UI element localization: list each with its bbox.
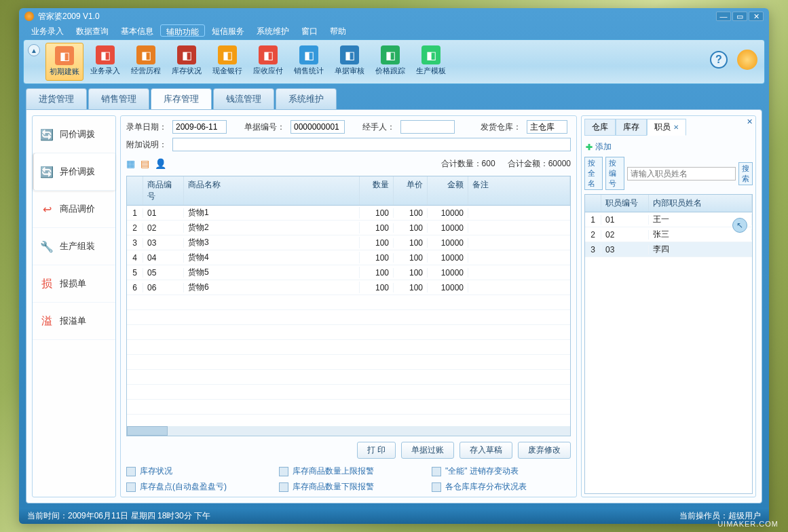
panel-close-icon[interactable]: ✕ — [747, 117, 753, 126]
col-idx[interactable] — [127, 176, 143, 205]
col-amt[interactable]: 金额 — [428, 176, 468, 205]
main-tab-1[interactable]: 销售管理 — [88, 88, 149, 109]
date-input[interactable] — [172, 120, 227, 134]
menu-6[interactable]: 窗口 — [296, 24, 323, 37]
tool-8[interactable]: ◧价格跟踪 — [371, 43, 409, 81]
sidebar-item-2[interactable]: ↩商品调价 — [33, 191, 115, 228]
col-note[interactable]: 备注 — [468, 176, 570, 205]
rcol-code[interactable]: 职员编号 — [601, 195, 649, 212]
table-row[interactable]: 202货物210010010000 — [127, 221, 570, 235]
employee-grid[interactable]: 职员编号 内部职员姓名 101王一202张三303李四 — [584, 194, 753, 494]
link-icon — [126, 482, 136, 492]
notes-input[interactable] — [172, 138, 571, 151]
employee-row[interactable]: 202张三 — [585, 227, 752, 242]
menu-0[interactable]: 业务录入 — [26, 24, 69, 37]
menu-5[interactable]: 系统维护 — [251, 24, 295, 37]
sidebar-item-3[interactable]: 🔧生产组装 — [33, 228, 115, 265]
menu-1[interactable]: 数据查询 — [71, 24, 114, 37]
titlebar[interactable]: 管家婆2009 V1.0 — ▭ ✕ — [19, 8, 769, 24]
main-tab-2[interactable]: 库存管理 — [151, 88, 212, 109]
link-3[interactable]: 库存盘点(自动盘盈盘亏) — [126, 481, 265, 493]
table-row[interactable]: 606货物610010010000 — [127, 280, 570, 295]
table-row[interactable]: 101货物110010010000 — [127, 206, 570, 221]
link-2[interactable]: "全能" 进销存变动表 — [432, 466, 571, 477]
close-button[interactable]: ✕ — [749, 12, 764, 21]
table-row-empty[interactable] — [127, 355, 570, 370]
rcol-idx[interactable] — [585, 195, 601, 212]
main-tab-4[interactable]: 系统维护 — [276, 88, 337, 109]
table-row[interactable]: 404货物410010010000 — [127, 250, 570, 265]
table-row-empty[interactable] — [127, 325, 570, 340]
tool-9[interactable]: ◧生产模板 — [412, 43, 450, 81]
tool-3[interactable]: ◧库存状况 — [168, 43, 206, 81]
table-row[interactable]: 303货物310010010000 — [127, 235, 570, 250]
right-tab-0[interactable]: 仓库 — [584, 119, 616, 136]
add-button[interactable]: ✚ 添加 — [584, 138, 753, 155]
main-tab-0[interactable]: 进货管理 — [26, 88, 87, 109]
grid-body[interactable]: 101货物110010010000202货物210010010000303货物3… — [127, 206, 570, 426]
table-row-empty[interactable] — [127, 310, 570, 325]
tab-close-icon[interactable]: ✕ — [673, 124, 679, 131]
employee-row[interactable]: 303李四 — [585, 242, 752, 257]
table-row-empty[interactable] — [127, 370, 570, 385]
handler-input[interactable] — [400, 120, 455, 134]
right-tab-1[interactable]: 库存 — [616, 119, 647, 136]
action-btn-3[interactable]: 废弃修改 — [518, 442, 571, 459]
action-btn-2[interactable]: 存入草稿 — [459, 442, 512, 459]
tool-1[interactable]: ◧业务录入 — [86, 43, 124, 81]
table-row-empty[interactable] — [127, 385, 570, 400]
tool-0[interactable]: ◧初期建账 — [45, 43, 83, 81]
menu-3[interactable]: 辅助功能 — [160, 24, 205, 37]
menu-4[interactable]: 短信服务 — [206, 24, 250, 37]
employee-search-input[interactable] — [627, 167, 736, 180]
link-1[interactable]: 库存商品数量上限报警 — [279, 466, 418, 477]
menu-7[interactable]: 帮助 — [324, 24, 352, 37]
employee-grid-body[interactable]: 101王一202张三303李四 — [585, 212, 752, 257]
tool-2[interactable]: ◧经营历程 — [127, 43, 165, 81]
sidebar-label-5: 报溢单 — [60, 315, 86, 327]
tool-7[interactable]: ◧单据审核 — [331, 43, 369, 81]
main-tab-3[interactable]: 钱流管理 — [213, 88, 274, 109]
collapse-ribbon-button[interactable]: ▲ — [28, 44, 40, 56]
table-row-empty[interactable] — [127, 340, 570, 355]
filter-fullname[interactable]: 按全名 — [584, 157, 603, 190]
filter-code[interactable]: 按编号 — [605, 157, 624, 190]
warehouse-input[interactable] — [527, 120, 567, 134]
link-5[interactable]: 各仓库库存分布状况表 — [432, 481, 571, 493]
grid-icon-3[interactable]: 👤 — [155, 158, 166, 169]
tool-icon-2: ◧ — [136, 45, 155, 64]
search-button[interactable]: 搜索 — [738, 162, 753, 185]
sidebar-item-5[interactable]: 溢报溢单 — [33, 303, 115, 340]
link-0[interactable]: 库存状况 — [126, 466, 265, 477]
table-row-empty[interactable] — [127, 400, 570, 415]
help-icon[interactable]: ? — [710, 51, 728, 69]
hscrollbar[interactable] — [127, 426, 570, 436]
tool-4[interactable]: ◧现金银行 — [208, 43, 246, 81]
rcol-name[interactable]: 内部职员姓名 — [649, 195, 752, 212]
maximize-button[interactable]: ▭ — [732, 12, 747, 21]
menu-2[interactable]: 基本信息 — [115, 24, 159, 37]
tool-6[interactable]: ◧销售统计 — [290, 43, 328, 81]
link-4[interactable]: 库存商品数量下限报警 — [279, 481, 418, 493]
col-code[interactable]: 商品编号 — [143, 176, 184, 205]
sidebar-item-1[interactable]: 🔄异价调拨 — [33, 153, 115, 191]
action-btn-1[interactable]: 单据过账 — [401, 442, 454, 459]
sidebar-item-4[interactable]: 损报损单 — [33, 265, 115, 303]
grid-icon-2[interactable]: ▤ — [140, 158, 149, 169]
tool-5[interactable]: ◧应收应付 — [249, 43, 287, 81]
employee-row[interactable]: 101王一 — [585, 212, 752, 227]
bill-input[interactable] — [290, 120, 345, 134]
col-name[interactable]: 商品名称 — [184, 176, 360, 205]
grid-icon-1[interactable]: ▦ — [126, 158, 135, 169]
sidebar-item-0[interactable]: 🔄同价调拨 — [33, 116, 115, 153]
col-qty[interactable]: 数量 — [360, 176, 394, 205]
col-price[interactable]: 单价 — [394, 176, 428, 205]
table-row-empty[interactable] — [127, 295, 570, 310]
minimize-button[interactable]: — — [716, 12, 731, 21]
action-btn-0[interactable]: 打 印 — [357, 442, 396, 459]
table-row[interactable]: 505货物510010010000 — [127, 265, 570, 280]
right-tab-2[interactable]: 职员✕ — [647, 119, 686, 136]
tool-label-9: 生产模板 — [416, 66, 446, 76]
goods-grid[interactable]: 商品编号 商品名称 数量 单价 金额 备注 101货物1100100100002… — [126, 176, 571, 436]
sidebar-icon-2: ↩ — [39, 202, 54, 216]
